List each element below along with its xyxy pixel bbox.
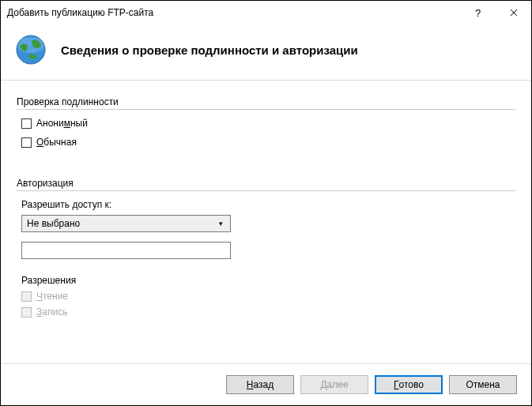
anonymous-checkbox-row[interactable]: Анонимный	[21, 118, 515, 129]
page-title: Сведения о проверке подлинности и автори…	[61, 43, 358, 57]
write-label: Запись	[36, 306, 67, 318]
chevron-down-icon: ▾	[214, 220, 227, 227]
content-area: Проверка подлинности Анонимный Обычная А…	[1, 81, 531, 363]
basic-checkbox-row[interactable]: Обычная	[21, 137, 515, 148]
anonymous-label: Анонимный	[36, 118, 88, 129]
finish-button[interactable]: Готово	[375, 375, 443, 394]
anonymous-checkbox[interactable]	[21, 118, 32, 129]
help-button[interactable]: ?	[460, 1, 496, 24]
globe-icon	[15, 34, 47, 66]
select-value: Не выбрано	[27, 218, 80, 229]
authorization-group-label: Авторизация	[17, 178, 515, 189]
permissions-label: Разрешения	[21, 275, 515, 286]
basic-label: Обычная	[36, 137, 77, 148]
allow-access-select[interactable]: Не выбрано ▾	[21, 215, 231, 232]
allow-access-label: Разрешить доступ к:	[21, 199, 515, 210]
authorization-text-input[interactable]	[21, 242, 231, 259]
write-checkbox-row: Запись	[21, 306, 515, 318]
wizard-footer: Назад Далее Готово Отмена	[1, 363, 531, 405]
back-button[interactable]: Назад	[226, 375, 294, 394]
next-button: Далее	[300, 375, 368, 394]
basic-checkbox[interactable]	[21, 137, 32, 148]
close-button[interactable]	[496, 1, 531, 24]
read-checkbox	[21, 291, 32, 302]
close-icon	[510, 9, 518, 17]
titlebar: Добавить публикацию FTP-сайта ?	[1, 1, 531, 24]
write-checkbox	[21, 307, 32, 318]
window-title: Добавить публикацию FTP-сайта	[7, 7, 460, 18]
divider	[17, 190, 515, 191]
wizard-header: Сведения о проверке подлинности и автори…	[1, 24, 531, 81]
divider	[17, 109, 515, 110]
read-checkbox-row: Чтение	[21, 291, 515, 302]
read-label: Чтение	[36, 291, 68, 302]
cancel-button[interactable]: Отмена	[449, 375, 517, 394]
auth-group-label: Проверка подлинности	[17, 96, 515, 107]
